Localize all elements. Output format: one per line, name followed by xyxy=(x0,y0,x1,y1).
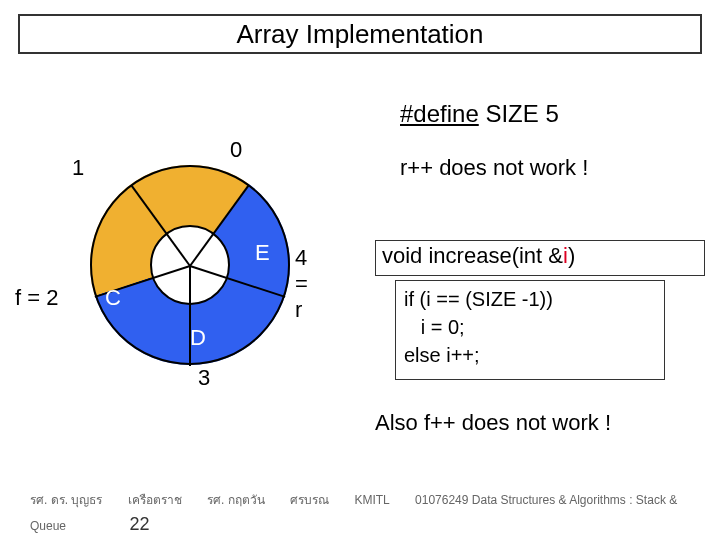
footer-name: ศรบรณ xyxy=(290,490,329,509)
slide-title-bar: Array Implementation xyxy=(18,14,702,54)
rplus-note: r++ does not work ! xyxy=(400,155,588,181)
also-note: Also f++ does not work ! xyxy=(375,410,611,436)
slide-footer: รศ. ดร. บุญธร เครือตราช รศ. กฤตวัน ศรบรณ… xyxy=(0,480,720,540)
footer-course: 01076249 Data Structures & Algorithms : … xyxy=(415,493,677,507)
footer-queue-label: Queue xyxy=(30,519,66,533)
define-rest: SIZE 5 xyxy=(479,100,559,127)
func-sig-suffix: ) xyxy=(568,243,575,268)
slot-letter-d: D xyxy=(190,325,206,351)
footer-name: KMITL xyxy=(354,493,389,507)
index-label-1: 1 xyxy=(72,155,84,181)
index-label-rear: 4 = r xyxy=(295,245,308,323)
define-keyword: #define xyxy=(400,100,479,127)
circular-queue-diagram: C D E 0 1 f = 2 3 4 = r xyxy=(90,165,290,365)
footer-name: เครือตราช xyxy=(128,490,182,509)
index-label-front: f = 2 xyxy=(15,285,58,311)
define-line: #define SIZE 5 xyxy=(400,100,559,128)
footer-line-1: รศ. ดร. บุญธร เครือตราช รศ. กฤตวัน ศรบรณ… xyxy=(30,490,699,509)
function-signature-box: void increase(int &i) xyxy=(375,240,705,276)
footer-name: รศ. กฤตวัน xyxy=(207,490,265,509)
func-sig-prefix: void increase(int & xyxy=(382,243,563,268)
footer-name: รศ. ดร. บุญธร xyxy=(30,490,102,509)
index-label-3: 3 xyxy=(198,365,210,391)
index-label-0: 0 xyxy=(230,137,242,163)
slot-letter-e: E xyxy=(255,240,270,266)
footer-line-2: Queue 22 xyxy=(30,514,149,535)
ring-spoke xyxy=(189,266,191,366)
slide-title: Array Implementation xyxy=(236,19,483,50)
function-body-box: if (i == (SIZE -1)) i = 0; else i++; xyxy=(395,280,665,380)
slot-letter-c: C xyxy=(105,285,121,311)
page-number: 22 xyxy=(129,514,149,534)
